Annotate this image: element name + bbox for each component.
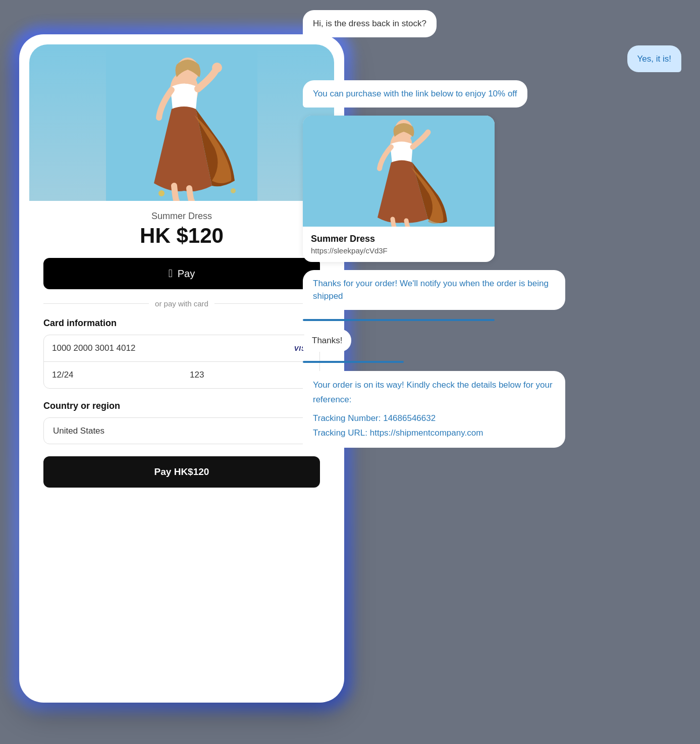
chat-product-image <box>303 116 495 227</box>
card-section-label: Card information <box>43 318 320 329</box>
tracking-url: Tracking URL: https://shipmentcompany.co… <box>313 426 555 441</box>
chat-bubble-4: Thanks for your order! We'll notify you … <box>303 270 565 310</box>
blue-underline-1 <box>303 319 495 321</box>
svg-point-5 <box>231 188 236 193</box>
chat-dress-svg <box>303 116 495 227</box>
chat-product-info: Summer Dress https://sleekpay/cVd3F <box>303 227 495 262</box>
chat-bubble-2: Yes, it is! <box>627 45 681 73</box>
card-expiry-input[interactable] <box>44 362 182 388</box>
chat-bubble-1: Hi, is the dress back in stock? <box>303 10 437 37</box>
chat-message-6: Your order is on its way! Kindly check t… <box>313 378 555 407</box>
apple-pay-label: Pay <box>178 268 195 280</box>
chat-bubble-3: You can purchase with the link below to … <box>303 80 527 108</box>
chat-message-4: Thanks for your order! We'll notify you … <box>313 279 549 301</box>
product-name: Summer Dress <box>43 211 320 222</box>
card-number-input[interactable] <box>52 343 294 353</box>
chat-product-link: https://sleekpay/cVd3F <box>311 246 487 255</box>
chat-bubble-6: Your order is on its way! Kindly check t… <box>303 371 565 448</box>
apple-logo-icon:  <box>169 267 173 280</box>
svg-point-4 <box>158 190 165 196</box>
chat-message-5: Thanks! <box>312 336 342 345</box>
dress-svg <box>106 44 257 201</box>
divider: or pay with card <box>43 299 320 308</box>
divider-text: or pay with card <box>155 299 208 308</box>
card-fields: VISA <box>43 335 320 389</box>
chat-message-3: You can purchase with the link below to … <box>313 89 517 98</box>
tracking-number: Tracking Number: 14686546632 <box>313 411 555 426</box>
country-section-label: Country or region <box>43 401 320 411</box>
chat-message-2: Yes, it is! <box>637 54 671 64</box>
product-price: HK $120 <box>43 224 320 248</box>
pay-button[interactable]: Pay HK$120 <box>43 456 320 488</box>
chat-panel: Hi, is the dress back in stock? Yes, it … <box>288 0 696 744</box>
apple-pay-button[interactable]:  Pay <box>43 258 320 289</box>
svg-point-3 <box>212 63 222 73</box>
divider-line-left <box>43 303 149 304</box>
country-select-wrapper: United States Hong Kong United Kingdom ⌄ <box>43 417 320 444</box>
card-bottom-row <box>44 362 319 388</box>
chat-product-card: Summer Dress https://sleekpay/cVd3F <box>303 116 495 262</box>
country-select[interactable]: United States Hong Kong United Kingdom <box>43 417 320 444</box>
blue-underline-2 <box>303 361 404 363</box>
chat-bubble-5: Thanks! <box>303 329 351 352</box>
chat-message-1: Hi, is the dress back in stock? <box>313 19 426 28</box>
chat-product-name: Summer Dress <box>311 234 487 244</box>
card-number-row: VISA <box>44 335 319 362</box>
